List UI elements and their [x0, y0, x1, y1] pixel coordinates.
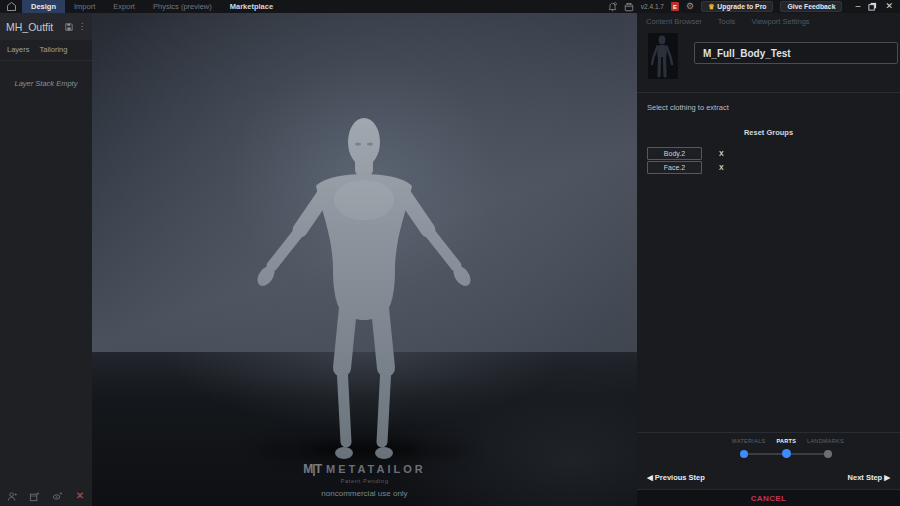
character-name-input[interactable] — [694, 42, 898, 64]
group-face-remove-button[interactable]: X — [719, 164, 724, 171]
tab-tailoring[interactable]: Tailoring — [40, 45, 68, 54]
early-access-badge[interactable]: E — [671, 2, 679, 11]
topbar-right-controls: v2.4.1.7 E ⚙ ♛ Upgrade to Pro Give Feedb… — [608, 0, 900, 13]
step-label-parts[interactable]: PARTS — [776, 438, 796, 444]
notification-bell-icon[interactable] — [608, 2, 617, 12]
give-feedback-button[interactable]: Give Feedback — [780, 1, 842, 12]
select-clothing-label: Select clothing to extract — [637, 93, 900, 112]
menu-import[interactable]: Import — [65, 0, 104, 13]
group-row-face: Face.2 X — [647, 160, 900, 174]
top-menu-bar: Design Import Export Physics (preview) M… — [0, 0, 900, 13]
group-row-body: Body.2 X — [647, 146, 900, 160]
noncommercial-notice: noncommercial use only — [92, 489, 637, 498]
panel-tabs: Content Browser Tools Viewport Settings — [637, 13, 900, 29]
menu-design[interactable]: Design — [22, 0, 65, 13]
layer-stack-empty-message: Layer Stack Empty — [0, 79, 92, 88]
crown-icon: ♛ — [708, 3, 714, 10]
menu-export[interactable]: Export — [104, 0, 144, 13]
group-body-remove-button[interactable]: X — [719, 150, 724, 157]
slider-dot-landmarks[interactable] — [824, 450, 832, 458]
minimize-button[interactable]: – — [855, 2, 860, 11]
close-button[interactable]: ✕ — [885, 2, 893, 11]
outfit-title: MH_Outfit — [6, 21, 65, 33]
step-navigation: ◀ Previous Step Next Step ▶ — [637, 462, 900, 484]
slider-dot-materials[interactable] — [740, 450, 748, 458]
step-slider-section: MATERIALS PARTS LANDMARKS — [637, 438, 900, 462]
tab-viewport-settings[interactable]: Viewport Settings — [751, 17, 809, 26]
step-label-landmarks[interactable]: LANDMARKS — [807, 438, 844, 444]
extract-panel: Content Browser Tools Viewport Settings … — [637, 13, 900, 506]
add-clothing-icon[interactable] — [29, 490, 41, 502]
window-controls: – ✕ — [855, 2, 896, 11]
restore-button[interactable] — [868, 2, 877, 11]
version-label: v2.4.1.7 — [641, 3, 664, 10]
character-thumbnail[interactable] — [648, 33, 678, 79]
sidebar-bottom-toolbar: ✕ — [6, 490, 86, 502]
group-face-button[interactable]: Face.2 — [647, 161, 702, 174]
tab-content-browser[interactable]: Content Browser — [646, 17, 702, 26]
next-step-button[interactable]: Next Step ▶ — [848, 473, 890, 482]
package-icon[interactable] — [624, 2, 634, 12]
tab-tools[interactable]: Tools — [718, 17, 736, 26]
outfit-sidebar: MH_Outfit ⋮ Layers Tailoring Layer Stack… — [0, 13, 92, 506]
cancel-bar: CANCEL — [637, 489, 900, 506]
character-row — [637, 29, 900, 79]
settings-gear-icon[interactable]: ⚙ — [686, 2, 694, 11]
group-list: Body.2 X Face.2 X — [637, 139, 900, 174]
home-icon[interactable] — [0, 0, 22, 13]
main-menu: Design Import Export Physics (preview) M… — [22, 0, 282, 13]
remove-icon[interactable]: ✕ — [74, 490, 86, 502]
character-model[interactable] — [240, 100, 490, 470]
add-accessory-icon[interactable] — [51, 490, 63, 502]
step-slider[interactable] — [740, 450, 832, 458]
steps-divider — [637, 432, 900, 433]
step-label-materials[interactable]: MATERIALS — [732, 438, 765, 444]
upgrade-to-pro-button[interactable]: ♛ Upgrade to Pro — [701, 1, 773, 12]
menu-physics-preview[interactable]: Physics (preview) — [144, 0, 221, 13]
tab-layers[interactable]: Layers — [7, 45, 30, 54]
reset-groups-button[interactable]: Reset Groups — [744, 128, 793, 137]
menu-marketplace[interactable]: Marketplace — [221, 0, 282, 13]
group-body-button[interactable]: Body.2 — [647, 147, 702, 160]
previous-step-button[interactable]: ◀ Previous Step — [647, 473, 705, 482]
sidebar-tabs: Layers Tailoring — [0, 40, 92, 61]
add-character-icon[interactable] — [6, 490, 18, 502]
outfit-header: MH_Outfit ⋮ — [0, 13, 92, 40]
kebab-menu-icon[interactable]: ⋮ — [78, 22, 86, 31]
cancel-button[interactable]: CANCEL — [751, 494, 787, 503]
slider-dot-parts[interactable] — [782, 449, 791, 458]
save-icon[interactable] — [65, 23, 73, 31]
3d-viewport[interactable]: M|T METATAILOR Patent Pending noncommerc… — [92, 13, 637, 506]
